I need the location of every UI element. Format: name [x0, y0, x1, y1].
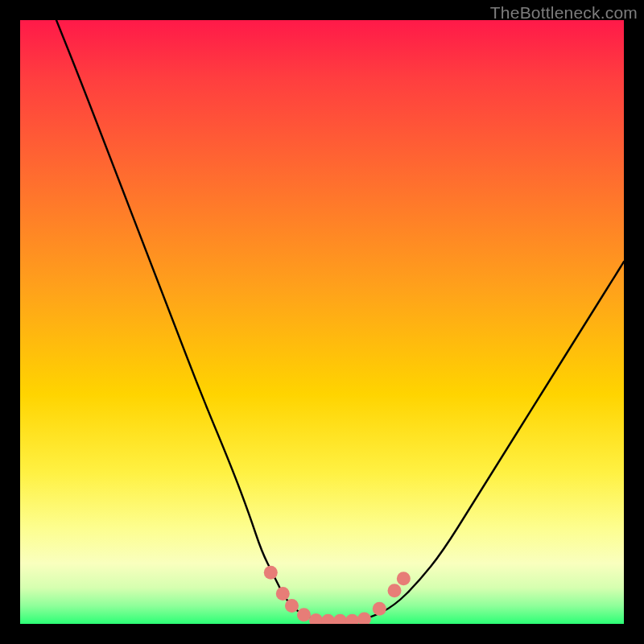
curve-marker — [388, 584, 402, 597]
plot-area — [20, 20, 624, 624]
curve-marker — [276, 587, 290, 601]
curve-layer — [20, 20, 624, 624]
curve-marker — [297, 608, 311, 621]
watermark-text: TheBottleneck.com — [490, 3, 638, 23]
curve-marker — [321, 614, 335, 624]
curve-marker — [345, 614, 359, 624]
curve-marker — [397, 572, 411, 585]
bottleneck-curve — [56, 20, 624, 621]
curve-marker — [309, 613, 323, 624]
curve-markers — [264, 566, 411, 624]
chart-frame: TheBottleneck.com — [0, 0, 644, 644]
curve-marker — [373, 602, 386, 616]
curve-marker — [333, 614, 347, 624]
curve-marker — [285, 599, 299, 613]
curve-marker — [264, 566, 278, 580]
curve-marker — [357, 613, 371, 625]
